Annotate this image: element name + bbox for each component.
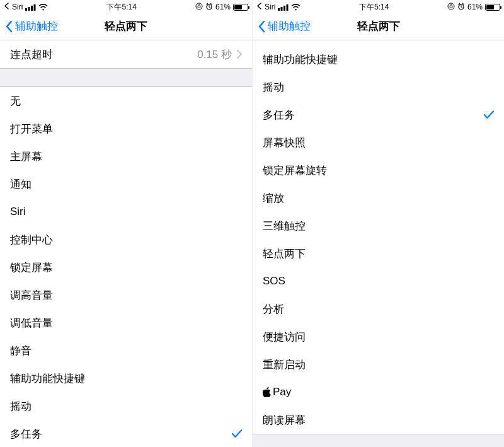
phone-right: Siri 下午5:14 61% [252,0,504,447]
svg-rect-9 [287,4,289,11]
back-to-siri-icon[interactable] [256,3,262,11]
list-item[interactable]: 锁定屏幕 [0,253,252,281]
svg-point-10 [448,3,454,9]
settings-list-left: 连点超时 0.15 秒 无打开菜单主屏幕通知Siri控制中心锁定屏幕调高音量调低… [0,40,252,447]
list-item[interactable]: 缩放 [253,184,504,212]
list-item-label: 朗读屏幕 [263,413,494,427]
signal-icon [278,4,289,11]
status-siri-label: Siri [12,3,23,11]
list-item[interactable]: 通知 [0,170,252,198]
list-item[interactable]: 调低音量 [0,309,252,337]
status-right: 61% [195,3,248,12]
checkmark-icon [484,110,494,119]
back-button[interactable]: 辅助触控 [0,19,58,33]
svg-rect-8 [284,6,285,11]
list-item-label: 轻点两下 [263,247,494,261]
list-item[interactable]: 锁定屏幕旋转 [253,156,504,184]
status-bar: Siri 下午5:14 61% [0,0,252,13]
list-item[interactable]: Pay [253,378,504,406]
nav-bar: 辅助触控 轻点两下 [253,13,504,40]
settings-list-right: 辅助功能快捷键摇动多任务屏幕快照锁定屏幕旋转缩放三维触控轻点两下SOS分析便捷访… [253,40,504,447]
list-item[interactable]: 轻点两下 [253,240,504,267]
phone-left: Siri 下午5:14 61% [0,0,252,447]
list-item[interactable]: 调高音量 [0,281,252,309]
list-item-label: Pay [263,386,494,398]
list-item[interactable]: 辅助功能快捷键 [253,45,504,73]
list-item[interactable]: 辅助功能快捷键 [0,364,252,392]
alarm-icon [457,3,465,12]
list-item-label: 分析 [263,302,494,316]
row-timeout-label: 连点超时 [10,47,197,62]
list-item[interactable]: 重新启动 [253,351,504,378]
lock-orientation-icon [447,3,455,12]
checkmark-icon [232,429,242,438]
svg-rect-2 [31,6,33,11]
list-item-label: 锁定屏幕旋转 [263,163,494,178]
list-item-label: 锁定屏幕 [10,260,242,275]
section-footer-spacer [253,434,504,447]
list-item[interactable]: 三维触控 [253,212,504,240]
list-item[interactable]: 便捷访问 [253,323,504,351]
battery-icon [485,4,500,11]
list-item-label: 重新启动 [263,357,494,372]
battery-pct: 61% [467,3,483,11]
list-item-label: 打开菜单 [10,122,242,136]
list-item-label: 静音 [10,344,242,358]
nav-bar: 辅助触控 轻点两下 [0,13,252,40]
list-item[interactable]: 朗读屏幕 [253,406,504,434]
list-item[interactable]: 无 [0,87,252,115]
status-right: 61% [447,3,500,12]
list-item[interactable]: 摇动 [253,73,504,101]
status-siri-label: Siri [265,3,275,11]
list-item-label: 辅助功能快捷键 [263,52,494,67]
svg-point-4 [196,3,202,9]
list-item-label: 屏幕快照 [263,136,494,150]
list-item[interactable]: 静音 [0,337,252,364]
alarm-icon [205,3,213,12]
list-item-label: 多任务 [263,108,484,122]
row-partial-cutoff-top [253,40,504,45]
list-item-label: 缩放 [263,191,494,206]
back-to-siri-icon[interactable] [4,3,9,11]
section-spacer [0,68,252,87]
list-item-label: 摇动 [263,80,494,95]
chevron-right-icon [237,50,242,59]
list-item[interactable]: 屏幕快照 [253,129,504,156]
list-item-label: SOS [263,275,494,287]
list-item[interactable]: Siri [0,198,252,226]
status-left: Siri [4,3,48,11]
list-item-label: 便捷访问 [263,330,494,344]
list-item-label: 摇动 [10,399,242,414]
list-item-label: 调高音量 [10,288,242,303]
lock-orientation-icon [195,3,203,12]
status-bar: Siri 下午5:14 61% [253,0,504,13]
row-timeout[interactable]: 连点超时 0.15 秒 [0,40,252,68]
back-label: 辅助触控 [268,19,311,33]
svg-rect-7 [281,7,283,11]
list-item-label: 主屏幕 [10,149,242,164]
battery-pct: 61% [215,3,231,11]
svg-rect-3 [34,4,36,11]
list-item-label: 无 [10,94,242,108]
list-item-label: 辅助功能快捷键 [10,371,242,386]
back-label: 辅助触控 [15,19,58,33]
wifi-icon [38,4,48,11]
status-time: 下午5:14 [359,2,389,13]
list-item-label: 控制中心 [10,233,242,247]
list-item-label: 三维触控 [263,219,494,233]
list-item[interactable]: 多任务 [0,420,252,447]
list-item[interactable]: 摇动 [0,392,252,420]
svg-rect-1 [28,7,30,11]
list-item[interactable]: 多任务 [253,101,504,129]
status-left: Siri [256,3,301,11]
svg-rect-6 [278,8,280,11]
list-item[interactable]: 分析 [253,295,504,323]
list-item[interactable]: 控制中心 [0,226,252,253]
list-item[interactable]: 打开菜单 [0,115,252,142]
back-button[interactable]: 辅助触控 [253,19,311,33]
list-item[interactable]: 主屏幕 [0,142,252,170]
list-item-label: 多任务 [10,427,232,441]
battery-icon [233,4,248,11]
list-item[interactable]: SOS [253,267,504,295]
svg-rect-0 [25,8,27,11]
